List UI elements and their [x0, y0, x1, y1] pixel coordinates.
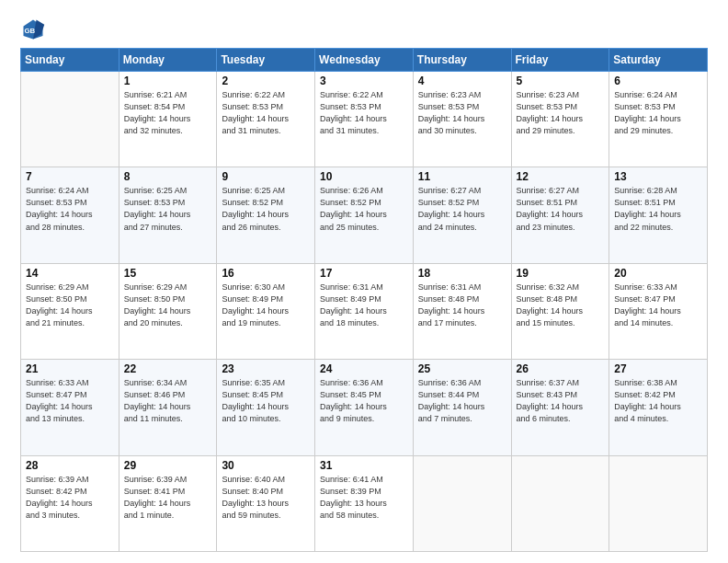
calendar-weekday-wednesday: Wednesday	[315, 49, 414, 72]
day-number: 6	[614, 75, 702, 87]
calendar-cell: 22Sunrise: 6:34 AM Sunset: 8:46 PM Dayli…	[119, 360, 217, 455]
day-info: Sunrise: 6:38 AM Sunset: 8:42 PM Dayligh…	[614, 377, 702, 425]
day-number: 21	[26, 362, 114, 375]
day-info: Sunrise: 6:23 AM Sunset: 8:53 PM Dayligh…	[517, 89, 605, 137]
logo: GB	[20, 17, 50, 42]
day-info: Sunrise: 6:33 AM Sunset: 8:47 PM Dayligh…	[26, 377, 114, 425]
day-number: 30	[222, 459, 310, 472]
day-number: 7	[26, 170, 114, 183]
calendar-cell: 10Sunrise: 6:26 AM Sunset: 8:52 PM Dayli…	[315, 167, 414, 263]
day-number: 22	[124, 362, 212, 375]
day-number: 20	[614, 267, 702, 280]
calendar-week-row: 21Sunrise: 6:33 AM Sunset: 8:47 PM Dayli…	[21, 360, 708, 455]
day-info: Sunrise: 6:23 AM Sunset: 8:53 PM Dayligh…	[418, 89, 506, 137]
day-info: Sunrise: 6:39 AM Sunset: 8:42 PM Dayligh…	[26, 474, 114, 522]
day-number: 27	[614, 362, 702, 375]
calendar-cell	[413, 455, 511, 551]
day-info: Sunrise: 6:36 AM Sunset: 8:45 PM Dayligh…	[320, 377, 408, 425]
day-number: 3	[320, 75, 408, 87]
day-info: Sunrise: 6:39 AM Sunset: 8:41 PM Dayligh…	[124, 474, 212, 522]
day-info: Sunrise: 6:25 AM Sunset: 8:53 PM Dayligh…	[124, 185, 212, 233]
calendar-cell: 26Sunrise: 6:37 AM Sunset: 8:43 PM Dayli…	[511, 360, 609, 455]
calendar-weekday-monday: Monday	[119, 49, 217, 72]
calendar-week-row: 14Sunrise: 6:29 AM Sunset: 8:50 PM Dayli…	[21, 263, 708, 359]
calendar-body: 1Sunrise: 6:21 AM Sunset: 8:54 PM Daylig…	[21, 72, 708, 552]
calendar-cell: 4Sunrise: 6:23 AM Sunset: 8:53 PM Daylig…	[413, 72, 511, 167]
day-info: Sunrise: 6:34 AM Sunset: 8:46 PM Dayligh…	[124, 377, 212, 425]
day-number: 14	[26, 267, 114, 280]
calendar-cell: 27Sunrise: 6:38 AM Sunset: 8:42 PM Dayli…	[609, 360, 708, 455]
day-number: 28	[26, 459, 114, 472]
day-number: 25	[418, 362, 506, 375]
day-info: Sunrise: 6:36 AM Sunset: 8:44 PM Dayligh…	[418, 377, 506, 425]
day-number: 16	[222, 267, 310, 280]
calendar-weekday-tuesday: Tuesday	[217, 49, 315, 72]
day-info: Sunrise: 6:30 AM Sunset: 8:49 PM Dayligh…	[222, 282, 310, 329]
calendar-cell: 11Sunrise: 6:27 AM Sunset: 8:52 PM Dayli…	[413, 167, 511, 263]
calendar-cell: 2Sunrise: 6:22 AM Sunset: 8:53 PM Daylig…	[217, 72, 315, 167]
day-info: Sunrise: 6:25 AM Sunset: 8:52 PM Dayligh…	[222, 185, 310, 233]
calendar-cell: 9Sunrise: 6:25 AM Sunset: 8:52 PM Daylig…	[217, 167, 315, 263]
calendar-cell: 28Sunrise: 6:39 AM Sunset: 8:42 PM Dayli…	[21, 455, 119, 551]
day-info: Sunrise: 6:24 AM Sunset: 8:53 PM Dayligh…	[26, 185, 114, 233]
day-number: 8	[124, 170, 212, 183]
day-number: 15	[124, 267, 212, 280]
calendar-cell: 20Sunrise: 6:33 AM Sunset: 8:47 PM Dayli…	[609, 263, 708, 359]
calendar-cell: 1Sunrise: 6:21 AM Sunset: 8:54 PM Daylig…	[119, 72, 217, 167]
day-number: 13	[614, 170, 702, 183]
svg-text:GB: GB	[24, 27, 35, 35]
calendar-cell: 12Sunrise: 6:27 AM Sunset: 8:51 PM Dayli…	[511, 167, 609, 263]
calendar-cell: 21Sunrise: 6:33 AM Sunset: 8:47 PM Dayli…	[21, 360, 119, 455]
day-info: Sunrise: 6:37 AM Sunset: 8:43 PM Dayligh…	[517, 377, 605, 425]
day-number: 23	[222, 362, 310, 375]
calendar-cell: 5Sunrise: 6:23 AM Sunset: 8:53 PM Daylig…	[511, 72, 609, 167]
day-info: Sunrise: 6:41 AM Sunset: 8:39 PM Dayligh…	[320, 474, 408, 522]
calendar-cell	[609, 455, 708, 551]
calendar-cell: 25Sunrise: 6:36 AM Sunset: 8:44 PM Dayli…	[413, 360, 511, 455]
calendar-cell: 29Sunrise: 6:39 AM Sunset: 8:41 PM Dayli…	[119, 455, 217, 551]
day-info: Sunrise: 6:22 AM Sunset: 8:53 PM Dayligh…	[320, 89, 408, 137]
calendar-cell: 16Sunrise: 6:30 AM Sunset: 8:49 PM Dayli…	[217, 263, 315, 359]
calendar-header-row: SundayMondayTuesdayWednesdayThursdayFrid…	[21, 49, 708, 72]
page: GB SundayMondayTuesdayWednesdayThursdayF…	[0, 0, 728, 563]
day-number: 12	[517, 170, 605, 183]
day-info: Sunrise: 6:22 AM Sunset: 8:53 PM Dayligh…	[222, 89, 310, 137]
calendar-cell: 19Sunrise: 6:32 AM Sunset: 8:48 PM Dayli…	[511, 263, 609, 359]
calendar-cell: 15Sunrise: 6:29 AM Sunset: 8:50 PM Dayli…	[119, 263, 217, 359]
day-number: 17	[320, 267, 408, 280]
day-number: 9	[222, 170, 310, 183]
day-number: 1	[124, 75, 212, 87]
day-number: 24	[320, 362, 408, 375]
calendar-week-row: 7Sunrise: 6:24 AM Sunset: 8:53 PM Daylig…	[21, 167, 708, 263]
calendar-week-row: 1Sunrise: 6:21 AM Sunset: 8:54 PM Daylig…	[21, 72, 708, 167]
day-number: 5	[517, 75, 605, 87]
day-info: Sunrise: 6:24 AM Sunset: 8:53 PM Dayligh…	[614, 89, 702, 137]
day-info: Sunrise: 6:27 AM Sunset: 8:51 PM Dayligh…	[517, 185, 605, 233]
day-number: 29	[124, 459, 212, 472]
calendar-cell: 30Sunrise: 6:40 AM Sunset: 8:40 PM Dayli…	[217, 455, 315, 551]
day-info: Sunrise: 6:33 AM Sunset: 8:47 PM Dayligh…	[614, 282, 702, 329]
day-number: 11	[418, 170, 506, 183]
day-info: Sunrise: 6:26 AM Sunset: 8:52 PM Dayligh…	[320, 185, 408, 233]
day-info: Sunrise: 6:32 AM Sunset: 8:48 PM Dayligh…	[517, 282, 605, 329]
day-number: 26	[517, 362, 605, 375]
day-info: Sunrise: 6:29 AM Sunset: 8:50 PM Dayligh…	[26, 282, 114, 329]
calendar-cell: 13Sunrise: 6:28 AM Sunset: 8:51 PM Dayli…	[609, 167, 708, 263]
calendar-cell	[21, 72, 119, 167]
calendar-cell: 31Sunrise: 6:41 AM Sunset: 8:39 PM Dayli…	[315, 455, 414, 551]
calendar-cell: 18Sunrise: 6:31 AM Sunset: 8:48 PM Dayli…	[413, 263, 511, 359]
day-info: Sunrise: 6:35 AM Sunset: 8:45 PM Dayligh…	[222, 377, 310, 425]
calendar-cell: 17Sunrise: 6:31 AM Sunset: 8:49 PM Dayli…	[315, 263, 414, 359]
day-number: 19	[517, 267, 605, 280]
day-number: 31	[320, 459, 408, 472]
day-info: Sunrise: 6:28 AM Sunset: 8:51 PM Dayligh…	[614, 185, 702, 233]
day-info: Sunrise: 6:29 AM Sunset: 8:50 PM Dayligh…	[124, 282, 212, 329]
calendar-cell	[511, 455, 609, 551]
calendar-cell: 3Sunrise: 6:22 AM Sunset: 8:53 PM Daylig…	[315, 72, 414, 167]
calendar-weekday-sunday: Sunday	[21, 49, 119, 72]
calendar-weekday-saturday: Saturday	[609, 49, 708, 72]
logo-icon: GB	[20, 17, 46, 42]
day-info: Sunrise: 6:27 AM Sunset: 8:52 PM Dayligh…	[418, 185, 506, 233]
day-number: 18	[418, 267, 506, 280]
calendar-cell: 24Sunrise: 6:36 AM Sunset: 8:45 PM Dayli…	[315, 360, 414, 455]
